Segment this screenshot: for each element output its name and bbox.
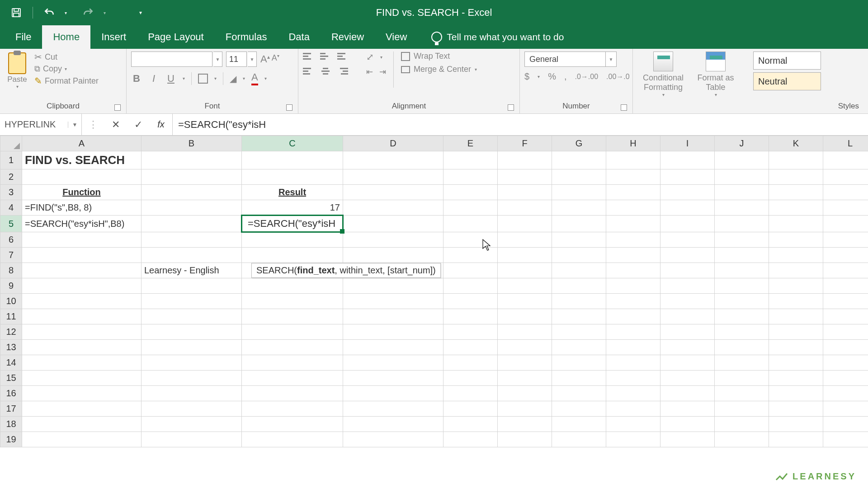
font-name-combo[interactable] [131, 52, 212, 67]
col-header-L[interactable]: L [823, 136, 868, 151]
number-format-dropdown-icon[interactable]: ▼ [606, 52, 617, 67]
cell-B8[interactable]: Learnesy - English [142, 263, 242, 278]
row-header-9[interactable]: 9 [0, 278, 22, 294]
name-box-dropdown-icon[interactable]: ▼ [68, 122, 81, 128]
row-header-1[interactable]: 1 [0, 151, 22, 169]
col-header-G[interactable]: G [552, 136, 606, 151]
merge-center-button[interactable]: Merge & Center▾ [401, 65, 477, 74]
cell-C4[interactable]: 17 [242, 200, 343, 216]
align-middle-button[interactable] [320, 53, 331, 61]
cell-style-normal[interactable]: Normal [753, 52, 821, 70]
row-header-12[interactable]: 12 [0, 324, 22, 340]
cell-C5[interactable]: =SEARCH("esy*isH [242, 216, 343, 232]
fill-color-button[interactable]: ◢ [230, 73, 236, 84]
cell-style-neutral[interactable]: Neutral [753, 72, 821, 90]
col-header-E[interactable]: E [443, 136, 498, 151]
number-format-combo[interactable]: General [524, 52, 606, 67]
row-header-13[interactable]: 13 [0, 340, 22, 355]
function-tooltip[interactable]: SEARCH(find_text, within_text, [start_nu… [251, 263, 441, 278]
tab-review[interactable]: Review [321, 25, 375, 49]
decrease-font-icon[interactable]: A▾ [272, 53, 279, 65]
row-header-15[interactable]: 15 [0, 371, 22, 386]
font-launcher[interactable] [286, 104, 292, 111]
clipboard-launcher[interactable] [114, 104, 121, 111]
insert-function-button[interactable]: fx [150, 119, 172, 130]
cut-button[interactable]: ✂Cut [34, 52, 99, 62]
cell-C3[interactable]: Result [242, 185, 343, 200]
row-header-19[interactable]: 19 [0, 432, 22, 447]
col-header-H[interactable]: H [606, 136, 660, 151]
row-header-2[interactable]: 2 [0, 169, 22, 185]
spreadsheet-grid[interactable]: A B C D E F G H I J K L 1FIND vs. SEARCH… [0, 136, 868, 447]
font-name-dropdown-icon[interactable]: ▼ [213, 52, 222, 67]
row-header-5[interactable]: 5 [0, 216, 22, 232]
row-header-6[interactable]: 6 [0, 232, 22, 248]
tell-me-search[interactable]: Tell me what you want to do [431, 25, 564, 49]
italic-button[interactable]: I [148, 73, 159, 84]
tab-page-layout[interactable]: Page Layout [137, 25, 215, 49]
increase-font-icon[interactable]: A▴ [260, 53, 270, 65]
col-header-B[interactable]: B [142, 136, 242, 151]
row-header-10[interactable]: 10 [0, 294, 22, 309]
orientation-button[interactable]: ⤢ [366, 52, 374, 62]
comma-format-button[interactable]: , [564, 71, 567, 82]
col-header-F[interactable]: F [498, 136, 552, 151]
font-size-dropdown-icon[interactable]: ▼ [248, 52, 257, 67]
align-center-button[interactable] [320, 68, 331, 76]
cell-A4[interactable]: =FIND("s",B8, 8) [22, 200, 142, 216]
row-header-11[interactable]: 11 [0, 309, 22, 324]
wrap-text-button[interactable]: Wrap Text [401, 52, 477, 61]
tab-insert[interactable]: Insert [90, 25, 137, 49]
tab-view[interactable]: View [375, 25, 418, 49]
conditional-formatting-button[interactable]: Conditional Formatting ▾ [638, 52, 688, 97]
align-bottom-button[interactable] [337, 53, 348, 61]
align-top-button[interactable] [303, 53, 314, 61]
undo-dropdown-icon[interactable]: ▾ [59, 6, 72, 19]
row-header-14[interactable]: 14 [0, 355, 22, 371]
paste-button[interactable]: Paste ▾ [5, 52, 30, 89]
tab-home[interactable]: Home [42, 25, 90, 49]
name-box[interactable]: HYPERLINK [0, 119, 68, 130]
alignment-launcher[interactable] [508, 104, 514, 111]
align-left-button[interactable] [303, 68, 314, 76]
row-header-17[interactable]: 17 [0, 401, 22, 417]
formula-cancel-button[interactable]: ✕ [104, 119, 127, 131]
col-header-D[interactable]: D [343, 136, 443, 151]
align-right-button[interactable] [337, 68, 348, 76]
col-header-K[interactable]: K [769, 136, 823, 151]
row-header-8[interactable]: 8 [0, 263, 22, 278]
save-icon[interactable] [10, 6, 23, 19]
col-header-J[interactable]: J [715, 136, 769, 151]
decrease-decimal-button[interactable]: .00→.0 [606, 73, 630, 81]
row-header-7[interactable]: 7 [0, 248, 22, 263]
number-launcher[interactable] [621, 104, 627, 111]
cell-A5[interactable]: =SEARCH("esy*isH",B8) [22, 216, 142, 232]
copy-button[interactable]: ⧉Copy▾ [34, 64, 99, 74]
tab-file[interactable]: File [5, 25, 42, 49]
qat-customize-icon[interactable]: ▾ [134, 6, 147, 19]
row-header-16[interactable]: 16 [0, 386, 22, 401]
undo-icon[interactable] [43, 6, 56, 19]
tab-formulas[interactable]: Formulas [215, 25, 278, 49]
format-painter-button[interactable]: ✎Format Painter [34, 75, 99, 86]
formula-split-icon[interactable]: ⋮ [82, 119, 104, 131]
format-as-table-button[interactable]: Format as Table ▾ [691, 52, 741, 97]
formula-enter-button[interactable]: ✓ [127, 119, 150, 131]
row-header-18[interactable]: 18 [0, 417, 22, 432]
borders-button[interactable] [198, 74, 208, 84]
formula-bar-input[interactable]: =SEARCH("esy*isH [173, 114, 868, 135]
cell-A3[interactable]: Function [22, 185, 142, 200]
percent-format-button[interactable]: % [548, 71, 556, 82]
increase-indent-button[interactable]: ⇥ [379, 67, 386, 77]
select-all-corner[interactable] [0, 136, 22, 151]
accounting-format-button[interactable]: $ [524, 71, 529, 82]
underline-button[interactable]: U [165, 73, 176, 84]
tab-data[interactable]: Data [278, 25, 320, 49]
font-size-input[interactable]: 11 [226, 52, 247, 67]
col-header-A[interactable]: A [22, 136, 142, 151]
row-header-3[interactable]: 3 [0, 185, 22, 200]
increase-decimal-button[interactable]: .0→.00 [575, 73, 598, 81]
fill-handle[interactable] [340, 229, 344, 234]
decrease-indent-button[interactable]: ⇤ [366, 67, 373, 77]
col-header-C[interactable]: C [242, 136, 343, 151]
